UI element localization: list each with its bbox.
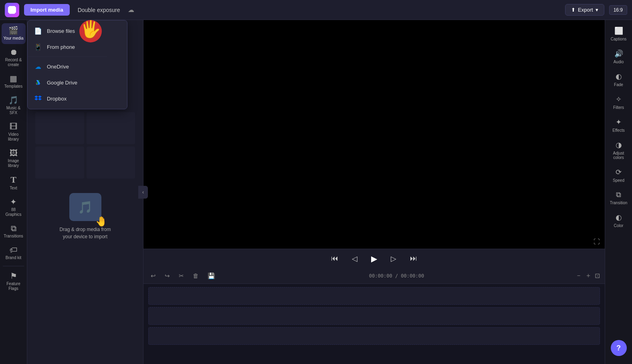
record-icon: ⏺ [10,48,18,56]
topbar: Import media Double exposure ☁ ⬆ Export … [0,0,632,20]
graphics-icon: ✦ [10,198,17,206]
sidebar-label-record-create: Record & create [3,58,24,67]
templates-icon: ▦ [10,74,17,82]
media-icon: 🎬 [8,26,18,34]
timeline-track-1 [148,287,600,305]
right-item-adjust-colors[interactable]: ◑ Adjust colors [607,137,630,163]
sidebar-item-templates[interactable]: ▦ Templates [2,71,26,92]
adjust-colors-icon: ◑ [616,141,622,149]
project-title: Double exposure [78,7,120,13]
skip-forward-button[interactable]: ⏭ [407,253,420,264]
text-icon: T [10,175,16,184]
right-item-audio[interactable]: 🔊 Audio [607,46,630,67]
music-note-icon: 🎵 [78,200,93,214]
sidebar-label-graphics: 88 Graphics [3,207,24,217]
sidebar-label-transitions: Transitions [4,234,23,239]
drag-drop-area: 🎵 🤚 Drag & drop media from your device t… [59,193,111,240]
media-drop-icon-box: 🎵 🤚 [69,193,101,221]
video-library-icon: 🎞 [10,123,18,131]
transition-icon: ⧉ [616,191,621,199]
sidebar-item-image-library[interactable]: 🖼 Image library [2,146,26,171]
timeline-zoom-controls: － ＋ ⊡ [575,271,600,280]
google-drive-icon [34,78,42,86]
cut-button[interactable]: ✂ [176,271,186,281]
save-button[interactable]: 💾 [205,271,218,281]
fade-icon: ◐ [616,72,622,81]
sidebar-item-your-media[interactable]: 🎬 Your media [2,23,26,44]
timeline-track-2 [148,307,600,325]
sidebar-item-transitions[interactable]: ⧉ Transitions [2,221,26,242]
help-button[interactable]: ? [611,340,627,356]
image-library-icon: 🖼 [10,149,18,157]
skip-back-button[interactable]: ⏮ [328,253,341,264]
color-icon: ◐ [616,213,622,222]
delete-button[interactable]: 🗑 [190,271,201,281]
sidebar-item-brand[interactable]: 🏷 Brand kit [2,243,26,263]
media-panel: 📄 Browse files 📱 From phone ☁ OneDrive [27,20,143,364]
aspect-ratio-button[interactable]: 16:9 [609,5,627,15]
panel-collapse-button[interactable]: ‹ [138,186,148,199]
sidebar-item-feature-flags[interactable]: ⚑ Feature Flags [2,269,26,294]
main-layout: 🎬 Your media ⏺ Record & create ▦ Templat… [0,20,632,364]
video-preview: ⛶ [143,20,605,249]
sidebar-label-image-library: Image library [3,159,24,168]
sidebar: 🎬 Your media ⏺ Record & create ▦ Templat… [0,20,27,364]
sidebar-item-video-library[interactable]: 🎞 Video library [2,119,26,145]
center-right-area: ⛶ ⏮ ◁ ▶ ▷ ⏭ ↩ ↪ ✂ 🗑 💾 00:00:00 / 00:00:0… [143,20,605,364]
right-item-speed[interactable]: ⟳ Speed [607,165,630,186]
onedrive-item[interactable]: ☁ OneDrive [28,58,127,74]
sidebar-item-record-create[interactable]: ⏺ Record & create [2,45,26,70]
sidebar-item-music-sfx[interactable]: 🎵 Music & SFX [2,93,26,119]
drag-drop-label: Drag & drop media from your device to im… [59,226,111,240]
music-icon: 🎵 [8,96,18,104]
import-dropdown: 📄 Browse files 📱 From phone ☁ OneDrive [27,20,127,109]
export-icon: ⬆ [571,7,575,13]
right-item-transition[interactable]: ⧉ Transition [607,187,630,208]
zoom-in-button[interactable]: ＋ [585,271,592,280]
phone-icon: 📱 [34,43,42,51]
fit-zoom-button[interactable]: ⊡ [595,272,600,280]
dropbox-item[interactable]: Dropbox [28,90,127,107]
google-drive-item[interactable]: Google Drive [28,74,127,90]
audio-icon: 🔊 [614,49,623,58]
frame-back-button[interactable]: ◁ [349,253,361,265]
speed-icon: ⟳ [616,168,622,177]
sidebar-label-feature-flags: Feature Flags [3,282,24,291]
right-panel: ⬜ Captions 🔊 Audio ◐ Fade ✧ Filters ✦ Ef… [605,20,632,364]
chevron-down-icon: ▾ [596,7,598,13]
fullscreen-button[interactable]: ⛶ [594,238,600,245]
captions-icon: ⬜ [614,26,623,35]
thumbnail-4 [87,147,135,179]
frame-forward-button[interactable]: ▷ [388,253,400,265]
right-item-captions[interactable]: ⬜ Captions [607,23,630,44]
right-item-effects[interactable]: ✦ Effects [607,115,630,136]
play-button[interactable]: ▶ [368,252,380,265]
timeline-track-3 [148,327,600,345]
timeline-toolbar: ↩ ↪ ✂ 🗑 💾 00:00:00 / 00:00:00 － ＋ ⊡ [143,268,605,284]
browse-files-item[interactable]: 📄 Browse files [28,23,127,39]
redo-button[interactable]: ↪ [162,271,172,281]
undo-button[interactable]: ↩ [148,271,158,281]
thumbnail-1 [35,112,84,144]
timeline-tracks [143,284,605,364]
right-item-color[interactable]: ◐ Color [607,210,630,231]
sidebar-label-your-media: Your media [3,36,23,41]
playback-controls: ⏮ ◁ ▶ ▷ ⏭ [143,249,605,268]
thumbnail-2 [87,112,135,144]
sidebar-item-text[interactable]: T Text [2,172,26,194]
export-button[interactable]: ⬆ Export ▾ [565,4,604,16]
hand-cursor-icon: 🤚 [95,216,107,227]
sidebar-label-text: Text [10,186,17,191]
from-phone-item[interactable]: 📱 From phone [28,39,127,55]
logo [5,3,19,17]
timeline-area: ↩ ↪ ✂ 🗑 💾 00:00:00 / 00:00:00 － ＋ ⊡ [143,268,605,364]
sidebar-label-video-library: Video library [3,132,24,142]
right-item-fade[interactable]: ◐ Fade [607,69,630,90]
sidebar-item-graphics[interactable]: ✦ 88 Graphics [2,195,26,220]
import-media-button[interactable]: Import media [24,4,70,16]
file-icon: 📄 [34,27,42,35]
right-item-filters[interactable]: ✧ Filters [607,92,630,113]
timecode-display: 00:00:00 / 00:00:00 [222,273,571,279]
filters-icon: ✧ [616,95,622,104]
zoom-out-button[interactable]: － [575,271,582,280]
